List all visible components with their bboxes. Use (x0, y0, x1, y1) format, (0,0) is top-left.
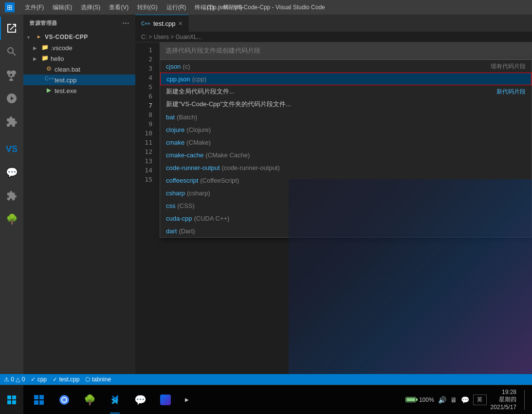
editor-area: C++ test.cpp × C: > Users > GuanXL... 1 … (135, 15, 532, 374)
tree-vscode[interactable]: ▶ 📁 .vscode (23, 42, 135, 53)
csharp-name: csharp (166, 189, 185, 197)
snippet-item-cpp-json[interactable]: cpp.json (cpp) (160, 73, 532, 85)
taskbar-app-tree[interactable]: 🌳 (78, 385, 101, 414)
snippet-item-csharp[interactable]: csharp (csharp) (160, 187, 532, 199)
coffeescript-type: (CoffeeScript) (200, 177, 239, 184)
date-display: 2021/5/17 (491, 404, 516, 411)
status-tabnine[interactable]: ⬡ tabnine (85, 376, 111, 383)
snippet-item-css[interactable]: css (CSS) (160, 199, 532, 212)
menu-view[interactable]: 查看(V) (105, 2, 132, 13)
snippet-item-coffeescript[interactable]: coffeescript (CoffeeScript) (160, 174, 532, 187)
activity-source-control[interactable] (0, 63, 23, 87)
show-desktop[interactable] (524, 390, 528, 410)
volume-icon[interactable]: 🔊 (438, 396, 446, 404)
activity-explorer[interactable] (0, 17, 23, 40)
cjson-name: cjson (166, 63, 181, 70)
taskbar-app-chrome[interactable] (53, 385, 76, 414)
dart-name: dart (166, 227, 177, 235)
tree-root[interactable]: ▾ ▸ VS-CODE-CPP (23, 32, 135, 42)
hello-folder-icon: 📁 (41, 55, 49, 62)
activity-extensions[interactable] (0, 110, 23, 133)
line-10: 10 (135, 130, 157, 139)
status-test-cpp[interactable]: ✓ test.cpp (53, 376, 79, 383)
menu-select[interactable]: 选择(S) (77, 2, 104, 13)
snippet-item-cmake-cache[interactable]: cmake-cache (CMake Cache) (160, 149, 532, 161)
tree-test-exe[interactable]: ▶ test.exe (23, 85, 135, 96)
cmake-name: cmake (166, 139, 184, 146)
tray-wechat-icon[interactable]: 💬 (461, 396, 469, 404)
snippet-item-new-global[interactable]: 新建全局代码片段文件... 新代码片段 (160, 85, 532, 98)
new-vscode-label: 新建"VS-Code-Cpp"文件夹的代码片段文件... (166, 100, 291, 109)
line-7: 7 (135, 102, 157, 111)
snippet-item-code-runner[interactable]: code-runner-output (code-runner-output) (160, 161, 532, 174)
line-12: 12 (135, 148, 157, 157)
menu-goto[interactable]: 转到(G) (133, 2, 161, 13)
taskbar-expand-icon[interactable]: ▶ (185, 397, 189, 402)
sidebar-more-icon[interactable]: ··· (122, 19, 129, 28)
root-folder-icon: ▸ (35, 33, 43, 41)
snippet-item-bat[interactable]: bat (Batch) (160, 111, 532, 123)
clojure-name: clojure (166, 126, 184, 133)
cpp-json-name: cpp.json (166, 75, 190, 83)
day-display: 星期四 (499, 395, 516, 404)
windows-start-icon[interactable]: ⊞ (5, 2, 15, 12)
status-errors[interactable]: ⚠ 0 △ 0 (4, 376, 25, 383)
activity-puzzle[interactable] (0, 184, 23, 207)
line-6: 6 (135, 93, 157, 102)
activity-wechat[interactable]: 💬 (0, 161, 23, 184)
snippet-item-cjson[interactable]: cjson (c) 现有代码片段 (160, 60, 532, 73)
taskbar-app-1[interactable] (27, 385, 51, 414)
snippet-item-cuda-cpp[interactable]: cuda-cpp (CUDA C++) (160, 212, 532, 225)
snippet-search-bar[interactable]: 选择代码片段文件或创建代码片段 (160, 42, 532, 59)
tab-cpp-icon: C++ (141, 21, 150, 26)
lang-button[interactable]: 英 (473, 395, 487, 405)
tree-test-cpp[interactable]: C++ test.cpp (23, 75, 135, 85)
bat-file-icon: ⚙ (45, 65, 53, 73)
tab-close-icon[interactable]: × (178, 19, 182, 27)
line-1: 1 (135, 46, 157, 56)
coffeescript-name: coffeescript (166, 177, 198, 184)
monitor-icon[interactable]: 🖥 (450, 396, 457, 404)
cjson-right-label: 现有代码片段 (491, 62, 526, 71)
battery-pct: 100% (419, 396, 434, 403)
snippet-item-cmake[interactable]: cmake (CMake) (160, 136, 532, 149)
snippet-item-clojure[interactable]: clojure (Clojure) (160, 123, 532, 136)
activity-tree[interactable]: 🌳 (0, 207, 23, 231)
tab-test-cpp[interactable]: C++ test.cpp × (135, 15, 189, 32)
tree-clean-bat[interactable]: ⚙ clean.bat (23, 64, 135, 75)
taskbar-app-wechat[interactable]: 💬 (128, 385, 152, 414)
bat-name: bat (166, 113, 175, 121)
line-13: 13 (135, 157, 157, 167)
taskbar-time[interactable]: 19:28 星期四 2021/5/17 (491, 389, 516, 411)
taskbar-app-vscode[interactable] (103, 385, 127, 414)
tree-hello[interactable]: ▶ 📁 hello (23, 53, 135, 64)
bat-type: (Batch) (177, 113, 197, 121)
taskbar-app-blue[interactable] (154, 385, 177, 414)
svg-rect-4 (34, 395, 38, 399)
line-15: 15 (135, 176, 157, 185)
cjson-type: (c) (183, 63, 190, 70)
activity-vscode[interactable]: VS (0, 137, 23, 161)
cuda-cpp-name: cuda-cpp (166, 215, 192, 222)
snippet-item-dart[interactable]: dart (Dart) (160, 225, 532, 237)
activity-debug[interactable] (0, 87, 23, 110)
vscode-folder-icon: 📁 (41, 44, 49, 52)
activity-search[interactable] (0, 40, 23, 63)
cmake-type: (CMake) (186, 139, 211, 146)
snippet-dropdown: cjson (c) 现有代码片段 cpp.json (cpp) 新建全局代码片段… (160, 59, 532, 238)
snippet-item-new-vscode[interactable]: 新建"VS-Code-Cpp"文件夹的代码片段文件... (160, 98, 532, 111)
csharp-type: (csharp) (187, 189, 210, 197)
line-3: 3 (135, 65, 157, 74)
code-runner-type: (code-runner-output) (222, 164, 280, 171)
menu-edit[interactable]: 编辑(E) (49, 2, 76, 13)
code-editor: 1 2 3 4 5 6 7 8 9 10 11 12 13 14 15 { //… (135, 42, 532, 374)
svg-point-10 (62, 398, 66, 402)
status-cpp[interactable]: ✓ cpp (31, 376, 47, 383)
clean-bat-label: clean.bat (55, 66, 80, 73)
new-global-right: 新代码片段 (496, 88, 526, 96)
menu-file[interactable]: 文件(F) (21, 2, 48, 13)
battery-icon (405, 397, 416, 402)
menu-run[interactable]: 运行(R) (163, 2, 190, 13)
line-9: 9 (135, 120, 157, 130)
taskbar-start[interactable] (0, 385, 23, 414)
